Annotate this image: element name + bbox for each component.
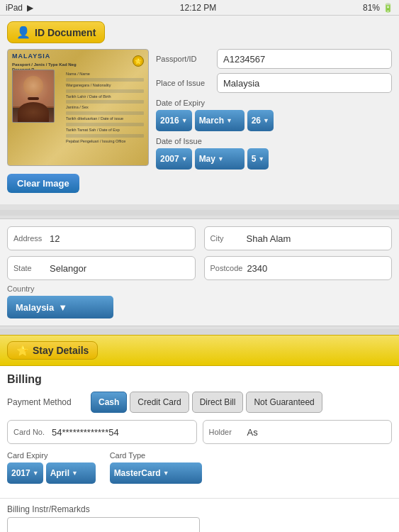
card-expiry-group: Card Expiry 2017 ▼ April ▼ <box>7 451 96 484</box>
payment-direct-bill-button[interactable]: Direct Bill <box>192 392 244 413</box>
country-select[interactable]: Malaysia ▼ <box>7 296 113 318</box>
place-of-issue-row: Place of Issue <box>156 73 392 93</box>
id-card-details: Nama / Name Warganegara / Nationality Ta… <box>66 71 144 145</box>
expiry-year-select[interactable]: 2016 ▼ <box>156 110 192 131</box>
issue-selects: 2007 ▼ May ▼ 5 ▼ <box>156 148 392 170</box>
expiry-selects: 2016 ▼ March ▼ 26 ▼ <box>156 110 392 131</box>
card-expiry-month-select[interactable]: April ▼ <box>46 462 96 484</box>
issue-year-select[interactable]: 2007 ▼ <box>156 148 192 170</box>
payment-methods: Cash Credit Card Direct Bill Not Guarant… <box>91 392 322 413</box>
status-bar: iPad ▶ 12:12 PM 81% 🔋 <box>0 0 399 16</box>
holder-label: Holder <box>209 428 243 436</box>
address-grid: Address 12 City Shah Alam State Selangor… <box>7 226 392 280</box>
place-of-issue-input[interactable] <box>217 73 392 93</box>
city-label: City <box>210 234 242 243</box>
battery-icon: 🔋 <box>383 3 393 13</box>
state-field: State Selangor <box>7 256 196 280</box>
remarks-textarea[interactable] <box>7 517 200 532</box>
id-body: MALAYSIA Passport / Jenis / Type Kad Neg… <box>0 49 399 170</box>
billing-title: Billing <box>7 373 392 386</box>
expiry-day-value: 26 <box>252 116 261 126</box>
stay-details-label: Stay Details <box>33 345 89 356</box>
passport-input[interactable] <box>217 49 392 69</box>
id-document-icon: 👤 <box>16 26 30 39</box>
expiry-year-chevron: ▼ <box>181 117 188 124</box>
city-value: Shah Alam <box>247 233 386 244</box>
payment-credit-card-button[interactable]: Credit Card <box>130 392 189 413</box>
id-card-crest: 🌟 <box>133 55 144 67</box>
expiry-month-chevron: ▼ <box>226 117 232 124</box>
country-chevron: ▼ <box>58 302 67 313</box>
card-expiry-selects: 2017 ▼ April ▼ <box>7 462 96 484</box>
clear-image-button[interactable]: Clear Image <box>7 174 79 193</box>
postcode-value: 2340 <box>247 263 386 274</box>
card-expiry-year-chevron: ▼ <box>33 470 39 477</box>
city-field: City Shah Alam <box>204 226 393 250</box>
device-label: iPad <box>6 3 23 13</box>
billing-section: Billing Payment Method Cash Credit Card … <box>0 366 399 498</box>
payment-method-label: Payment Method <box>7 397 85 407</box>
payment-not-guaranteed-button[interactable]: Not Guaranteed <box>246 392 322 413</box>
id-document-section: 👤 ID Document MALAYSIA Passport / Jenis … <box>0 16 399 204</box>
card-expiry-label: Card Expiry <box>7 451 96 460</box>
id-document-header: 👤 ID Document <box>7 21 105 43</box>
expiry-day-select[interactable]: 26 ▼ <box>247 110 274 131</box>
card-expiry-month-chevron: ▼ <box>72 470 78 477</box>
separator-1 <box>0 210 399 216</box>
stay-details-badge: ⭐ Stay Details <box>7 341 98 360</box>
card-type-chevron: ▼ <box>163 470 169 477</box>
id-fields: Passport/ID Place of Issue Date of Expir… <box>156 49 392 170</box>
card-expiry-year-value: 2017 <box>11 468 30 478</box>
remarks-label: Billing Instr/Remarkds <box>7 499 392 517</box>
country-value: Malaysia <box>16 302 54 313</box>
wifi-icon: ▶ <box>27 3 33 13</box>
status-left: iPad ▶ <box>6 3 33 13</box>
card-type-label: Card Type <box>110 451 202 460</box>
place-of-issue-label: Place of Issue <box>156 79 213 87</box>
issue-day-chevron: ▼ <box>258 155 264 162</box>
id-document-title: ID Document <box>35 27 96 38</box>
card-no-label: Card No. <box>13 428 47 436</box>
address-section: Address 12 City Shah Alam State Selangor… <box>0 218 399 326</box>
id-card-image: MALAYSIA Passport / Jenis / Type Kad Neg… <box>7 49 149 166</box>
payment-cash-button[interactable]: Cash <box>91 392 127 413</box>
separator-2 <box>0 329 399 335</box>
state-label: State <box>13 264 45 272</box>
holder-field: Holder As <box>203 420 393 444</box>
expiry-month-select[interactable]: March ▼ <box>195 110 245 131</box>
passport-label: Passport/ID <box>156 55 213 63</box>
address-field: Address 12 <box>7 226 196 250</box>
date-of-issue-group: Date of Issue 2007 ▼ May ▼ 5 ▼ <box>156 137 392 170</box>
passport-row: Passport/ID <box>156 49 392 69</box>
battery-label: 81% <box>363 3 380 13</box>
postcode-field: Postcode 2340 <box>204 256 393 280</box>
issue-month-chevron: ▼ <box>218 155 224 162</box>
payment-method-row: Payment Method Cash Credit Card Direct B… <box>7 392 392 413</box>
expiry-year-value: 2016 <box>160 116 179 126</box>
card-fields: Card No. 54*************54 Holder As <box>7 420 392 444</box>
id-card-photo-face <box>13 70 54 122</box>
card-no-value: 54*************54 <box>52 427 119 438</box>
date-of-expiry-label: Date of Expiry <box>156 99 392 107</box>
country-label: Country <box>7 284 392 293</box>
card-expiry-month-value: April <box>50 468 69 478</box>
holder-value: As <box>247 427 258 438</box>
card-type-select[interactable]: MasterCard ▼ <box>110 462 202 484</box>
card-type-value: MasterCard <box>114 468 161 478</box>
address-value: 12 <box>50 233 189 244</box>
date-of-issue-label: Date of Issue <box>156 137 392 145</box>
expiry-month-value: March <box>199 116 224 126</box>
card-expiry-year-select[interactable]: 2017 ▼ <box>7 462 43 484</box>
expiry-day-chevron: ▼ <box>263 117 269 124</box>
address-label: Address <box>13 234 45 243</box>
stay-details-header: ⭐ Stay Details <box>0 335 399 366</box>
card-no-field: Card No. 54*************54 <box>7 420 197 444</box>
card-type-group: Card Type MasterCard ▼ <box>110 451 202 484</box>
issue-day-value: 5 <box>252 154 257 164</box>
remarks-section: Billing Instr/Remarkds <box>0 498 399 532</box>
issue-month-value: May <box>199 154 215 164</box>
issue-month-select[interactable]: May ▼ <box>195 148 245 170</box>
country-row: Country Malaysia ▼ <box>7 280 392 318</box>
issue-day-select[interactable]: 5 ▼ <box>247 148 269 170</box>
issue-year-chevron: ▼ <box>181 155 188 162</box>
